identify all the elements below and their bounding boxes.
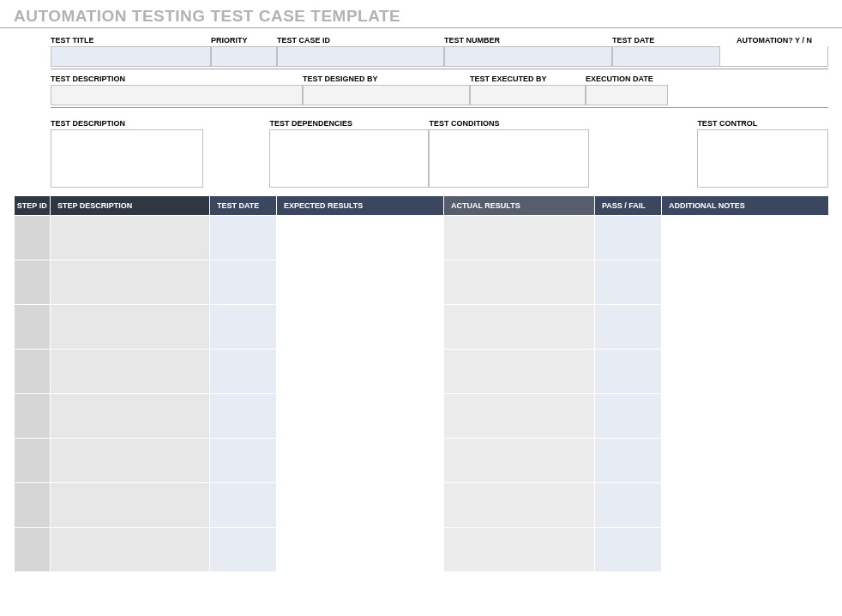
cell-pass-fail[interactable] [595, 216, 662, 260]
cell-step-id[interactable] [15, 260, 51, 305]
cell-pass-fail[interactable] [595, 528, 662, 572]
label-priority: PRIORITY [211, 33, 277, 46]
input-test-case-id[interactable] [277, 46, 444, 67]
label-test-number: TEST NUMBER [444, 33, 612, 46]
cell-expected-results[interactable] [277, 483, 444, 528]
header-expected-results: EXPECTED RESULTS [277, 196, 444, 216]
cell-test-date[interactable] [210, 528, 277, 572]
cell-step-description[interactable] [51, 216, 210, 260]
input-test-date[interactable] [612, 46, 720, 67]
table-row [15, 394, 828, 439]
cell-expected-results[interactable] [277, 305, 444, 350]
label-test-conditions: TEST CONDITIONS [429, 117, 589, 129]
input-test-control[interactable] [697, 129, 828, 188]
cell-additional-notes[interactable] [662, 216, 828, 260]
label-test-description-box: TEST DESCRIPTION [51, 117, 203, 129]
cell-expected-results[interactable] [277, 439, 444, 483]
cell-step-id[interactable] [15, 216, 51, 260]
cell-additional-notes[interactable] [662, 483, 828, 528]
cell-expected-results[interactable] [277, 528, 444, 572]
header-actual-results: ACTUAL RESULTS [444, 196, 595, 216]
input-automation[interactable] [720, 46, 828, 67]
cell-pass-fail[interactable] [595, 350, 662, 394]
label-test-executed-by: TEST EXECUTED BY [470, 72, 586, 85]
steps-header-row: STEP ID STEP DESCRIPTION TEST DATE EXPEC… [15, 196, 828, 216]
table-row [15, 483, 828, 528]
cell-test-date[interactable] [210, 350, 277, 394]
cell-pass-fail[interactable] [595, 394, 662, 439]
label-test-control: TEST CONTROL [697, 117, 828, 129]
cell-additional-notes[interactable] [662, 260, 828, 305]
cell-step-id[interactable] [15, 350, 51, 394]
label-test-title: TEST TITLE [51, 33, 211, 46]
meta-row-1: TEST TITLE PRIORITY TEST CASE ID TEST NU… [51, 33, 828, 69]
cell-actual-results[interactable] [444, 350, 595, 394]
header-pass-fail: PASS / FAIL [595, 196, 662, 216]
cell-step-description[interactable] [51, 350, 210, 394]
cell-test-date[interactable] [210, 216, 277, 260]
input-execution-date[interactable] [586, 85, 668, 105]
cell-pass-fail[interactable] [595, 305, 662, 350]
cell-step-id[interactable] [15, 483, 51, 528]
cell-step-id[interactable] [15, 439, 51, 483]
input-test-number[interactable] [444, 46, 612, 67]
cell-additional-notes[interactable] [662, 350, 828, 394]
label-test-dependencies: TEST DEPENDENCIES [269, 117, 429, 129]
cell-step-description[interactable] [51, 483, 210, 528]
label-automation: AUTOMATION? Y / N [720, 33, 828, 46]
cell-step-description[interactable] [51, 528, 210, 572]
cell-pass-fail[interactable] [595, 439, 662, 483]
cell-actual-results[interactable] [444, 260, 595, 305]
label-execution-date: EXECUTION DATE [586, 72, 668, 85]
input-test-designed-by[interactable] [303, 85, 470, 105]
cell-actual-results[interactable] [444, 394, 595, 439]
cell-test-date[interactable] [210, 394, 277, 439]
cell-actual-results[interactable] [444, 305, 595, 350]
cell-actual-results[interactable] [444, 483, 595, 528]
meta-row-3: TEST DESCRIPTION TEST DEPENDENCIES TEST … [51, 117, 828, 188]
header-step-id: STEP ID [15, 196, 51, 216]
cell-step-description[interactable] [51, 260, 210, 305]
cell-additional-notes[interactable] [662, 439, 828, 483]
cell-step-id[interactable] [15, 528, 51, 572]
cell-actual-results[interactable] [444, 528, 595, 572]
cell-test-date[interactable] [210, 305, 277, 350]
input-test-dependencies[interactable] [269, 129, 429, 188]
table-row [15, 216, 828, 260]
table-row [15, 528, 828, 572]
cell-actual-results[interactable] [444, 216, 595, 260]
label-test-case-id: TEST CASE ID [277, 33, 444, 46]
cell-step-description[interactable] [51, 439, 210, 483]
cell-expected-results[interactable] [277, 350, 444, 394]
header-additional-notes: ADDITIONAL NOTES [662, 196, 828, 216]
cell-expected-results[interactable] [277, 260, 444, 305]
cell-pass-fail[interactable] [595, 483, 662, 528]
cell-additional-notes[interactable] [662, 394, 828, 439]
cell-expected-results[interactable] [277, 216, 444, 260]
cell-test-date[interactable] [210, 439, 277, 483]
input-test-title[interactable] [51, 46, 211, 67]
table-row [15, 260, 828, 305]
table-row [15, 305, 828, 350]
cell-step-id[interactable] [15, 394, 51, 439]
input-test-conditions[interactable] [429, 129, 589, 188]
cell-expected-results[interactable] [277, 394, 444, 439]
table-row [15, 350, 828, 394]
table-row [15, 439, 828, 483]
input-test-description[interactable] [51, 85, 303, 105]
cell-test-date[interactable] [210, 260, 277, 305]
cell-pass-fail[interactable] [595, 260, 662, 305]
meta-row-2: TEST DESCRIPTION TEST DESIGNED BY TEST E… [51, 72, 828, 108]
page-title: AUTOMATION TESTING TEST CASE TEMPLATE [0, 0, 842, 28]
input-test-description-box[interactable] [51, 129, 203, 188]
cell-actual-results[interactable] [444, 439, 595, 483]
input-test-executed-by[interactable] [470, 85, 586, 105]
label-test-designed-by: TEST DESIGNED BY [303, 72, 470, 85]
cell-test-date[interactable] [210, 483, 277, 528]
cell-step-id[interactable] [15, 305, 51, 350]
input-priority[interactable] [211, 46, 277, 67]
cell-additional-notes[interactable] [662, 305, 828, 350]
cell-step-description[interactable] [51, 394, 210, 439]
cell-step-description[interactable] [51, 305, 210, 350]
cell-additional-notes[interactable] [662, 528, 828, 572]
